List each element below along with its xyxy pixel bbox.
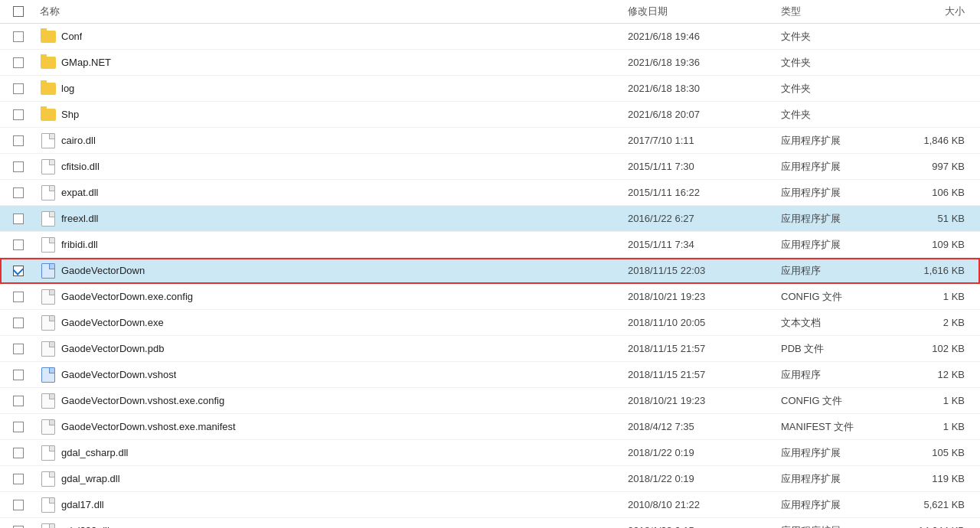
header-type[interactable]: 类型 <box>781 5 903 18</box>
row-checkbox-cell[interactable] <box>0 109 37 120</box>
table-row[interactable]: cfitsio.dll2015/1/11 7:30应用程序扩展997 KB <box>0 154 980 180</box>
row-checkbox-cell[interactable] <box>0 344 37 354</box>
table-row[interactable]: Shp2021/6/18 20:07文件夹 <box>0 102 980 128</box>
row-checkbox[interactable] <box>13 344 24 354</box>
row-checkbox-cell[interactable] <box>0 422 37 432</box>
row-checkbox-cell[interactable] <box>0 266 37 276</box>
type-cell: 应用程序扩展 <box>781 524 903 529</box>
row-checkbox-cell[interactable] <box>0 474 37 484</box>
header-checkbox-cell[interactable] <box>0 6 37 17</box>
row-checkbox-cell[interactable] <box>0 57 37 68</box>
type-cell: 应用程序扩展 <box>781 134 903 148</box>
row-checkbox[interactable] <box>13 422 24 432</box>
dll-icon <box>40 523 57 529</box>
row-checkbox[interactable] <box>13 109 24 120</box>
file-explorer: 名称 修改日期 类型 大小 Conf2021/6/18 19:46文件夹GMap… <box>0 0 980 528</box>
row-checkbox[interactable] <box>13 526 24 529</box>
type-cell: 文件夹 <box>781 56 903 70</box>
file-name: GMap.NET <box>61 57 111 68</box>
table-row[interactable]: gdal_wrap.dll2018/1/22 0:19应用程序扩展119 KB <box>0 466 980 492</box>
row-checkbox[interactable] <box>13 57 24 68</box>
folder-icon <box>40 80 57 97</box>
type-cell: 文件夹 <box>781 108 903 122</box>
row-checkbox[interactable] <box>13 474 24 484</box>
row-checkbox[interactable] <box>13 318 24 328</box>
date-cell: 2016/1/22 6:27 <box>628 213 781 224</box>
date-cell: 2018/1/22 0:19 <box>628 473 781 484</box>
name-cell: cairo.dll <box>37 132 628 149</box>
table-row[interactable]: GaodeVectorDown2018/11/15 22:03应用程序1,616… <box>0 258 980 284</box>
row-checkbox-cell[interactable] <box>0 370 37 380</box>
row-checkbox[interactable] <box>13 83 24 94</box>
table-row[interactable]: expat.dll2015/1/11 16:22应用程序扩展106 KB <box>0 180 980 206</box>
table-row[interactable]: GaodeVectorDown.exe.config2018/10/21 19:… <box>0 284 980 310</box>
row-checkbox-cell[interactable] <box>0 161 37 172</box>
table-row[interactable]: Conf2021/6/18 19:46文件夹 <box>0 24 980 50</box>
exe-icon <box>40 262 57 279</box>
header-date[interactable]: 修改日期 <box>628 5 781 18</box>
size-cell: 1 KB <box>903 421 980 432</box>
header-size[interactable]: 大小 <box>903 5 980 18</box>
row-checkbox[interactable] <box>13 370 24 380</box>
row-checkbox-cell[interactable] <box>0 292 37 302</box>
row-checkbox[interactable] <box>13 213 24 224</box>
row-checkbox-cell[interactable] <box>0 31 37 42</box>
select-all-checkbox[interactable] <box>13 6 24 17</box>
name-cell: GaodeVectorDown.pdb <box>37 341 628 357</box>
table-row[interactable]: cairo.dll2017/7/10 1:11应用程序扩展1,846 KB <box>0 128 980 154</box>
table-row[interactable]: fribidi.dll2015/1/11 7:34应用程序扩展109 KB <box>0 232 980 258</box>
row-checkbox[interactable] <box>13 240 24 250</box>
row-checkbox-cell[interactable] <box>0 83 37 94</box>
row-checkbox-cell[interactable] <box>0 240 37 250</box>
size-cell: 14,644 KB <box>903 525 980 528</box>
row-checkbox[interactable] <box>13 448 24 458</box>
file-icon <box>40 315 57 331</box>
header-name[interactable]: 名称 <box>37 5 628 18</box>
row-checkbox-cell[interactable] <box>0 526 37 529</box>
table-row[interactable]: GaodeVectorDown.pdb2018/11/15 21:57PDB 文… <box>0 336 980 362</box>
table-row[interactable]: GaodeVectorDown.vshost.exe.config2018/10… <box>0 388 980 414</box>
size-cell: 1,846 KB <box>903 135 980 146</box>
table-row[interactable]: gdal202.dll2018/1/22 0:15应用程序扩展14,644 KB <box>0 518 980 528</box>
date-cell: 2021/6/18 20:07 <box>628 109 781 120</box>
size-cell: 51 KB <box>903 213 980 224</box>
row-checkbox[interactable] <box>13 31 24 42</box>
table-row[interactable]: freexl.dll2016/1/22 6:27应用程序扩展51 KB <box>0 206 980 232</box>
row-checkbox-cell[interactable] <box>0 213 37 224</box>
row-checkbox-cell[interactable] <box>0 187 37 198</box>
size-cell: 105 KB <box>903 447 980 458</box>
date-cell: 2010/8/10 21:22 <box>628 499 781 510</box>
table-row[interactable]: GaodeVectorDown.vshost2018/11/15 21:57应用… <box>0 362 980 388</box>
type-cell: 应用程序扩展 <box>781 498 903 512</box>
row-checkbox[interactable] <box>13 500 24 510</box>
row-checkbox-cell[interactable] <box>0 448 37 458</box>
file-name: GaodeVectorDown.vshost.exe.config <box>61 395 224 406</box>
size-cell: 119 KB <box>903 473 980 484</box>
file-name: cfitsio.dll <box>61 161 100 172</box>
name-cell: gdal202.dll <box>37 523 628 529</box>
row-checkbox[interactable] <box>13 266 24 276</box>
row-checkbox-cell[interactable] <box>0 500 37 510</box>
table-row[interactable]: GaodeVectorDown.vshost.exe.manifest2018/… <box>0 414 980 440</box>
date-cell: 2015/1/11 16:22 <box>628 187 781 198</box>
row-checkbox-cell[interactable] <box>0 135 37 146</box>
row-checkbox[interactable] <box>13 187 24 198</box>
row-checkbox[interactable] <box>13 292 24 302</box>
name-cell: GaodeVectorDown.exe <box>37 315 628 331</box>
date-cell: 2018/11/10 20:05 <box>628 317 781 328</box>
size-cell: 1 KB <box>903 291 980 302</box>
table-row[interactable]: gdal17.dll2010/8/10 21:22应用程序扩展5,621 KB <box>0 492 980 518</box>
row-checkbox[interactable] <box>13 161 24 172</box>
dll-icon <box>40 184 57 201</box>
row-checkbox-cell[interactable] <box>0 318 37 328</box>
name-cell: cfitsio.dll <box>37 158 628 175</box>
row-checkbox-cell[interactable] <box>0 396 37 406</box>
table-row[interactable]: GaodeVectorDown.exe2018/11/10 20:05文本文档2… <box>0 310 980 336</box>
table-row[interactable]: log2021/6/18 18:30文件夹 <box>0 76 980 102</box>
type-cell: 应用程序扩展 <box>781 446 903 460</box>
row-checkbox[interactable] <box>13 396 24 406</box>
name-cell: GaodeVectorDown <box>37 262 628 279</box>
row-checkbox[interactable] <box>13 135 24 146</box>
table-row[interactable]: GMap.NET2021/6/18 19:36文件夹 <box>0 50 980 76</box>
table-row[interactable]: gdal_csharp.dll2018/1/22 0:19应用程序扩展105 K… <box>0 440 980 466</box>
